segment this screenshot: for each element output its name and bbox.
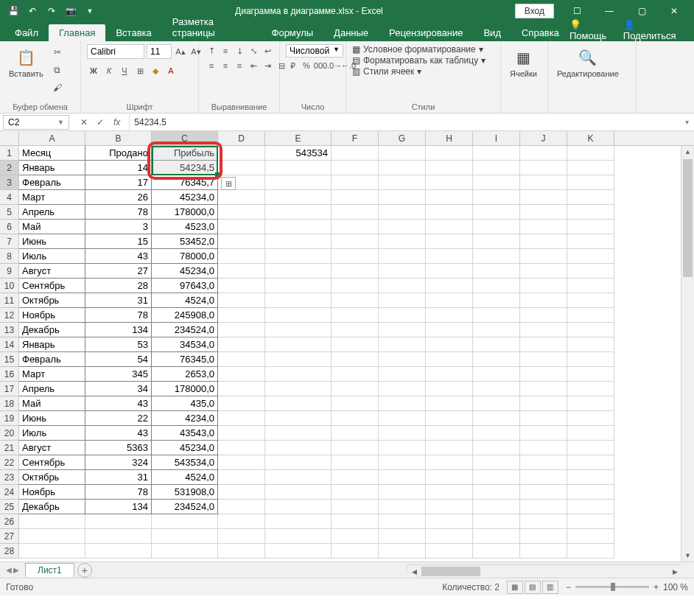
- cell[interactable]: [265, 308, 332, 323]
- sheet-next-icon[interactable]: ▶: [13, 566, 19, 574]
- cell[interactable]: [152, 514, 218, 529]
- cell[interactable]: [473, 411, 520, 426]
- cell[interactable]: [379, 175, 426, 190]
- vertical-scrollbar[interactable]: ▲▼: [681, 146, 694, 561]
- cell[interactable]: [332, 441, 379, 455]
- cell[interactable]: [473, 337, 520, 352]
- cell[interactable]: Март: [19, 190, 85, 205]
- cell[interactable]: [567, 337, 614, 352]
- col-header-b[interactable]: B: [85, 131, 152, 145]
- cell[interactable]: [426, 396, 473, 411]
- cell[interactable]: [265, 190, 332, 205]
- cell[interactable]: [520, 352, 567, 367]
- cell[interactable]: [379, 470, 426, 485]
- cell[interactable]: Ноябрь: [19, 485, 85, 500]
- cell[interactable]: [520, 308, 567, 323]
- cell[interactable]: [379, 441, 426, 455]
- align-left-icon[interactable]: ≡: [205, 59, 218, 72]
- cell[interactable]: [567, 220, 614, 234]
- cell[interactable]: [265, 426, 332, 441]
- cell[interactable]: [426, 441, 473, 455]
- cell[interactable]: 45234,0: [152, 441, 218, 455]
- tab-review[interactable]: Рецензирование: [379, 24, 473, 41]
- cell[interactable]: [265, 367, 332, 382]
- cell[interactable]: [19, 529, 85, 544]
- cell[interactable]: [567, 470, 614, 485]
- cell[interactable]: [265, 485, 332, 500]
- cell[interactable]: [426, 205, 473, 220]
- cell[interactable]: Апрель: [19, 382, 85, 396]
- cell[interactable]: 53: [85, 337, 152, 352]
- cell[interactable]: 78000,0: [152, 249, 218, 264]
- cell[interactable]: [567, 234, 614, 249]
- cell[interactable]: [265, 470, 332, 485]
- row-header[interactable]: 22: [0, 455, 19, 470]
- cell[interactable]: [218, 220, 265, 234]
- cell[interactable]: [332, 426, 379, 441]
- format-painter-icon[interactable]: 🖌: [49, 80, 66, 96]
- cell[interactable]: [520, 529, 567, 544]
- cell[interactable]: [218, 234, 265, 249]
- row-header[interactable]: 23: [0, 470, 19, 485]
- zoom-in-icon[interactable]: +: [653, 582, 659, 592]
- cell[interactable]: [426, 308, 473, 323]
- tab-insert[interactable]: Вставка: [105, 24, 161, 41]
- cell[interactable]: Декабрь: [19, 500, 85, 514]
- cell[interactable]: [426, 514, 473, 529]
- increase-decimal-icon[interactable]: .0→: [328, 59, 341, 72]
- cell[interactable]: [473, 220, 520, 234]
- cell[interactable]: [567, 426, 614, 441]
- row-header[interactable]: 13: [0, 323, 19, 337]
- col-header-k[interactable]: K: [567, 131, 614, 145]
- cell[interactable]: [218, 485, 265, 500]
- cell[interactable]: Август: [19, 441, 85, 455]
- cell[interactable]: [379, 485, 426, 500]
- cell[interactable]: [332, 500, 379, 514]
- cell[interactable]: 543534: [265, 146, 332, 161]
- tab-help[interactable]: Справка: [511, 24, 569, 41]
- cell[interactable]: [426, 234, 473, 249]
- cell[interactable]: [567, 396, 614, 411]
- row-header[interactable]: 7: [0, 234, 19, 249]
- cell[interactable]: [332, 529, 379, 544]
- cell[interactable]: [332, 367, 379, 382]
- cell[interactable]: 76345,0: [152, 352, 218, 367]
- cell[interactable]: [218, 279, 265, 293]
- cell[interactable]: [218, 323, 265, 337]
- cell[interactable]: [265, 514, 332, 529]
- cell[interactable]: Декабрь: [19, 323, 85, 337]
- cell[interactable]: [379, 500, 426, 514]
- sign-in-button[interactable]: Вход: [515, 4, 554, 18]
- cell[interactable]: [265, 249, 332, 264]
- cell[interactable]: [218, 426, 265, 441]
- enter-formula-icon[interactable]: ✓: [93, 115, 108, 130]
- cell[interactable]: [567, 190, 614, 205]
- cell[interactable]: [218, 500, 265, 514]
- increase-indent-icon[interactable]: ⇥: [261, 59, 274, 72]
- cell[interactable]: Февраль: [19, 175, 85, 190]
- italic-button[interactable]: К: [102, 64, 116, 77]
- cell[interactable]: [379, 293, 426, 308]
- cell[interactable]: 34: [85, 382, 152, 396]
- cell[interactable]: [426, 337, 473, 352]
- bold-button[interactable]: Ж: [87, 64, 100, 77]
- cell[interactable]: Ноябрь: [19, 308, 85, 323]
- cell[interactable]: [520, 205, 567, 220]
- cell[interactable]: [473, 161, 520, 175]
- cell[interactable]: [520, 279, 567, 293]
- cell[interactable]: 531908,0: [152, 485, 218, 500]
- cell[interactable]: [152, 544, 218, 559]
- accounting-format-icon[interactable]: ₽: [286, 59, 299, 72]
- cell[interactable]: [520, 234, 567, 249]
- cell[interactable]: [218, 205, 265, 220]
- cell[interactable]: [426, 455, 473, 470]
- cell[interactable]: [567, 485, 614, 500]
- editing-button[interactable]: 🔍Редактирование: [554, 44, 622, 80]
- cell[interactable]: 4524,0: [152, 470, 218, 485]
- cell[interactable]: [473, 146, 520, 161]
- cell[interactable]: [265, 220, 332, 234]
- row-header[interactable]: 14: [0, 337, 19, 352]
- cell[interactable]: [473, 544, 520, 559]
- cell[interactable]: [379, 337, 426, 352]
- cell[interactable]: 134: [85, 500, 152, 514]
